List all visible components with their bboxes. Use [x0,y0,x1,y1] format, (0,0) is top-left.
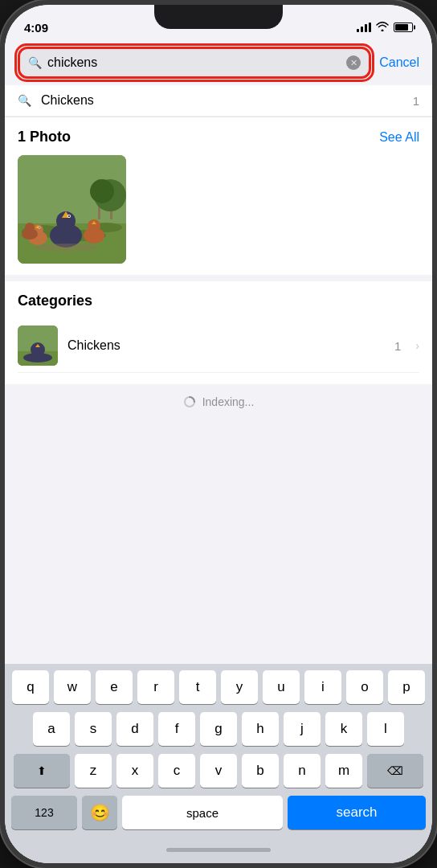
volume-up-button[interactable] [0,133,3,174]
key-f[interactable]: f [158,712,195,746]
key-k[interactable]: k [325,712,362,746]
suggestion-search-icon: 🔍 [18,94,31,107]
key-i[interactable]: i [304,670,341,704]
shift-key[interactable]: ⬆ [14,754,70,788]
key-d[interactable]: d [116,712,153,746]
keyboard-bottom-row: 123 😊 space search [8,796,429,829]
home-indicator [8,836,429,863]
svg-point-26 [34,244,98,252]
key-s[interactable]: s [75,712,112,746]
keyboard-row-1: q w e r t y u i o p [8,670,429,704]
svg-point-18 [39,227,40,228]
search-clear-button[interactable]: ✕ [346,55,361,70]
status-icons [357,22,413,34]
key-e[interactable]: e [96,670,133,704]
key-r[interactable]: r [137,670,174,704]
key-a[interactable]: a [33,712,70,746]
signal-icon [357,23,371,32]
key-l[interactable]: l [367,712,404,746]
key-x[interactable]: x [116,754,153,788]
indexing-spinner-icon [183,395,196,408]
search-bar[interactable]: 🔍 chickens ✕ [18,47,371,79]
key-w[interactable]: w [54,670,91,704]
category-item[interactable]: Chickens 1 › [18,319,419,373]
categories-section: Categories Chickens 1 › [5,281,432,384]
search-bar-icon: 🔍 [28,56,42,69]
key-t[interactable]: t [179,670,216,704]
category-chevron-icon: › [415,339,419,352]
svg-point-25 [90,179,114,203]
key-b[interactable]: b [242,754,279,788]
battery-icon [394,23,413,32]
emoji-key[interactable]: 😊 [82,796,117,829]
keyboard-row-2: a s d f g h j k l [8,712,429,746]
clear-icon: ✕ [350,59,357,68]
photos-see-all-button[interactable]: See All [379,130,419,145]
key-h[interactable]: h [242,712,279,746]
categories-title: Categories [18,293,419,309]
category-count: 1 [394,339,401,353]
search-input-value: chickens [47,55,340,70]
photos-section-title: 1 Photo [18,129,71,145]
key-z[interactable]: z [75,754,112,788]
delete-key[interactable]: ⌫ [367,754,423,788]
suggestion-count: 1 [413,94,419,108]
key-m[interactable]: m [325,754,362,788]
key-y[interactable]: y [221,670,258,704]
power-button[interactable] [434,154,437,210]
search-key[interactable]: search [288,796,426,829]
suggestion-item[interactable]: 🔍 Chickens 1 [5,85,432,117]
indexing-text: Indexing... [202,395,255,408]
key-o[interactable]: o [346,670,383,704]
notch [154,5,283,29]
suggestion-text: Chickens [41,93,403,108]
photos-section: 1 Photo See All [5,117,432,275]
keyboard: q w e r t y u i o p a s d f g h j k [5,664,432,863]
key-u[interactable]: u [263,670,300,704]
home-bar [166,848,271,852]
number-key[interactable]: 123 [11,796,77,829]
indexing-row: Indexing... [5,384,432,420]
suggestions-list: 🔍 Chickens 1 [5,85,432,117]
key-p[interactable]: p [388,670,425,704]
search-area: 🔍 chickens ✕ Cancel [5,40,432,85]
space-key[interactable]: space [122,796,283,829]
search-bar-wrapper: 🔍 chickens ✕ [18,47,371,79]
key-c[interactable]: c [158,754,195,788]
photos-section-header: 1 Photo See All [18,129,419,145]
keyboard-row-3: ⬆ z x c v b n m ⌫ [8,754,429,788]
category-thumbnail [18,326,58,366]
status-time: 4:09 [24,21,48,35]
key-g[interactable]: g [200,712,237,746]
key-q[interactable]: q [12,670,49,704]
category-name: Chickens [67,338,385,353]
photo-thumbnail[interactable] [18,155,126,264]
key-v[interactable]: v [200,754,237,788]
key-n[interactable]: n [284,754,321,788]
volume-down-button[interactable] [0,182,3,222]
cancel-button[interactable]: Cancel [379,55,419,70]
svg-point-13 [68,215,70,217]
key-j[interactable]: j [284,712,321,746]
wifi-icon [376,22,389,34]
svg-point-23 [25,223,35,232]
